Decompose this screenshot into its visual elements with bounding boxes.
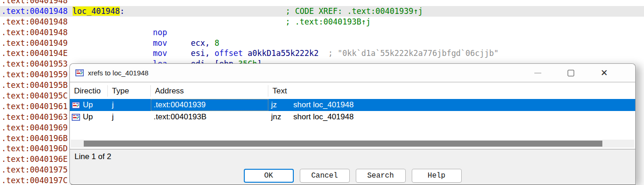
xref-row[interactable]: Upj.text:00401939jzshort loc_401948 bbox=[70, 99, 635, 111]
horizontal-scrollbar[interactable] bbox=[71, 140, 634, 148]
type-cell[interactable]: j bbox=[108, 112, 151, 122]
text-cell[interactable]: jnzshort loc_401948 bbox=[268, 112, 635, 122]
column-header-type[interactable]: Type bbox=[108, 85, 151, 97]
direction-label: Up bbox=[83, 112, 93, 122]
dialog-buttons: OKCancelSearchHelp bbox=[70, 169, 635, 183]
disasm-line[interactable]: .text:00401948 nop bbox=[0, 27, 644, 38]
xrefs-dialog: xrefs to loc_401948 ✕ Directio Type Addr… bbox=[69, 63, 636, 185]
operand: short loc_401948 bbox=[293, 100, 353, 110]
address-cell[interactable]: .text:0040193B bbox=[151, 111, 268, 123]
close-button[interactable]: ✕ bbox=[594, 64, 615, 82]
list-header: Directio Type Address Text bbox=[70, 82, 635, 99]
close-icon: ✕ bbox=[601, 68, 608, 77]
minimize-icon bbox=[534, 73, 541, 74]
operand: short loc_401948 bbox=[293, 112, 353, 122]
ok-button[interactable]: OK bbox=[244, 169, 294, 183]
direction-cell[interactable]: Up bbox=[70, 100, 108, 110]
help-button[interactable]: Help bbox=[412, 169, 462, 183]
disasm-line-current[interactable]: .text:00401948 loc_401948: ; CODE XREF: … bbox=[0, 6, 644, 17]
status-line: Line 1 of 2 bbox=[74, 152, 111, 161]
column-header-address[interactable]: Address bbox=[151, 85, 268, 97]
column-header-text[interactable]: Text bbox=[268, 85, 635, 97]
dialog-title: xrefs to loc_401948 bbox=[88, 69, 149, 77]
address-cell[interactable]: .text:00401939 bbox=[151, 99, 268, 111]
maximize-icon bbox=[568, 70, 574, 76]
disasm-line[interactable]: .text:00401949 mov ecx, 8 bbox=[0, 38, 644, 49]
search-button[interactable]: Search bbox=[356, 169, 406, 183]
type-cell[interactable]: j bbox=[108, 100, 151, 110]
ida-disassembly-view: .text:00401948.text:00401948 loc_401948:… bbox=[0, 0, 644, 185]
column-header-direction[interactable]: Directio bbox=[70, 85, 108, 97]
minimize-button[interactable] bbox=[527, 64, 548, 82]
direction-label: Up bbox=[83, 100, 93, 110]
xref-row[interactable]: Upj.text:0040193Bjnzshort loc_401948 bbox=[70, 111, 635, 123]
disasm-line[interactable]: .text:00401948 bbox=[0, 0, 644, 6]
scrollbar-thumb[interactable] bbox=[84, 141, 602, 147]
mnemonic: jnz bbox=[271, 112, 293, 122]
cancel-button[interactable]: Cancel bbox=[300, 169, 350, 183]
xref-icon bbox=[72, 114, 80, 121]
direction-cell[interactable]: Up bbox=[70, 112, 108, 122]
mnemonic: jz bbox=[271, 100, 293, 110]
xref-list: Directio Type Address Text Upj.text:0040… bbox=[70, 82, 635, 149]
xref-icon bbox=[72, 102, 80, 109]
maximize-button[interactable] bbox=[560, 64, 582, 82]
disasm-line[interactable]: .text:0040194E mov esi, offset a0kkD1a55… bbox=[0, 48, 644, 59]
xref-icon bbox=[75, 69, 84, 76]
text-cell[interactable]: jzshort loc_401948 bbox=[268, 100, 635, 110]
disasm-line[interactable]: .text:00401948 ; .text:0040193B↑j bbox=[0, 17, 644, 27]
dialog-titlebar[interactable]: xrefs to loc_401948 ✕ bbox=[70, 64, 635, 82]
